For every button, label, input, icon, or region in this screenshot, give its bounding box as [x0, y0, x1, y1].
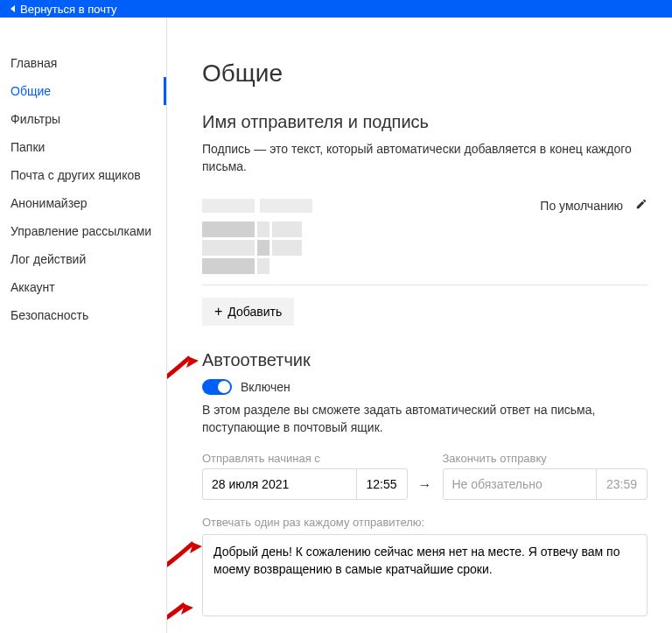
sidebar-item-general[interactable]: Общие — [0, 77, 166, 105]
signature-heading: Имя отправителя и подпись — [202, 112, 648, 132]
end-date-input[interactable] — [444, 469, 597, 499]
annotation-arrow-3 — [167, 595, 195, 630]
toggle-knob — [218, 381, 230, 393]
autoresponder-toggle[interactable] — [202, 379, 232, 395]
plus-icon: + — [214, 305, 222, 319]
page-title: Общие — [202, 60, 648, 88]
edit-signature-button[interactable] — [635, 198, 648, 213]
sidebar-item-folders[interactable]: Папки — [0, 133, 166, 161]
reply-once-label: Отвечать один раз каждому отправителю: — [202, 516, 648, 529]
back-label: Вернуться в почту — [20, 3, 117, 16]
pencil-icon — [635, 198, 648, 210]
content: Общие Имя отправителя и подпись Подпись … — [167, 18, 672, 633]
reply-textarea[interactable] — [202, 534, 648, 616]
topbar: Вернуться в почту — [0, 0, 672, 18]
chevron-left-icon — [10, 5, 15, 12]
sidebar-item-actionlog[interactable]: Лог действий — [0, 245, 166, 273]
signature-preview — [202, 222, 648, 274]
start-label: Отправлять начиная с — [202, 452, 408, 465]
back-to-mail-link[interactable]: Вернуться в почту — [10, 3, 117, 16]
signature-card: По умолчанию — [202, 191, 648, 285]
signature-section: Имя отправителя и подпись Подпись — это … — [202, 112, 648, 326]
autoresponder-description: В этом разделе вы сможете задать автомат… — [202, 402, 648, 436]
arrow-right-icon: → — [415, 477, 436, 500]
annotation-arrow-1 — [167, 348, 200, 383]
sidebar-item-anonymizer[interactable]: Анонимайзер — [0, 189, 166, 217]
start-date-input[interactable] — [203, 469, 356, 499]
autoresponder-section: Автоответчик Включен В этом разделе вы с… — [202, 350, 648, 633]
end-time-input[interactable] — [596, 469, 647, 499]
annotation-arrow-2 — [167, 534, 204, 569]
sidebar-item-main[interactable]: Главная — [0, 49, 166, 77]
sidebar-item-account[interactable]: Аккаунт — [0, 273, 166, 301]
add-signature-label: Добавить — [228, 305, 282, 319]
add-signature-button[interactable]: + Добавить — [202, 298, 294, 326]
signature-default-badge: По умолчанию — [540, 199, 623, 213]
end-label: Закончить отправку — [443, 452, 648, 465]
sidebar-item-security[interactable]: Безопасность — [0, 301, 166, 329]
settings-sidebar: Главная Общие Фильтры Папки Почта с друг… — [0, 18, 167, 633]
autoresponder-heading: Автоответчик — [202, 350, 648, 370]
start-time-input[interactable] — [356, 469, 407, 499]
autoresponder-toggle-label: Включен — [241, 380, 290, 394]
sidebar-item-subscriptions[interactable]: Управление рассылками — [0, 217, 166, 245]
sidebar-item-other-mail[interactable]: Почта с других ящиков — [0, 161, 166, 189]
sidebar-item-filters[interactable]: Фильтры — [0, 105, 166, 133]
signature-description: Подпись — это текст, который автоматичес… — [202, 141, 648, 175]
signature-name-placeholder — [202, 199, 312, 213]
